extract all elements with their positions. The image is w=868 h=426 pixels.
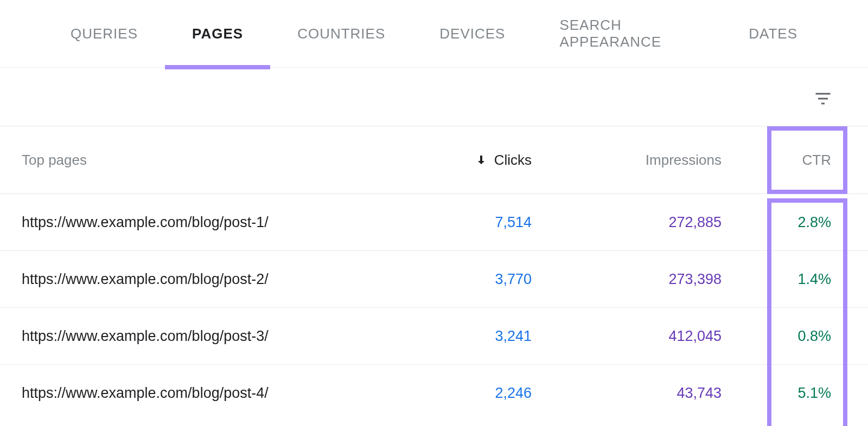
header-impressions[interactable]: Impressions xyxy=(532,152,722,169)
filter-icon[interactable] xyxy=(813,89,833,105)
cell-page: https://www.example.com/blog/post-3/ xyxy=(22,328,396,345)
cell-ctr: 2.8% xyxy=(722,214,846,231)
cell-clicks: 2,246 xyxy=(396,385,532,402)
cell-page: https://www.example.com/blog/post-4/ xyxy=(22,385,396,402)
cell-clicks: 3,241 xyxy=(396,328,532,345)
tab-devices[interactable]: DEVICES xyxy=(412,0,532,67)
tabs-bar: QUERIES PAGES COUNTRIES DEVICES SEARCH A… xyxy=(0,0,868,68)
cell-impressions: 43,743 xyxy=(532,385,722,402)
sort-descending-icon xyxy=(475,153,488,166)
table-row[interactable]: https://www.example.com/blog/post-1/ 7,5… xyxy=(0,194,868,251)
tab-queries[interactable]: QUERIES xyxy=(43,0,165,67)
header-ctr[interactable]: CTR xyxy=(722,152,846,169)
cell-clicks: 3,770 xyxy=(396,271,532,288)
table-row[interactable]: https://www.example.com/blog/post-3/ 3,2… xyxy=(0,308,868,365)
header-clicks[interactable]: Clicks xyxy=(396,152,532,169)
cell-ctr: 1.4% xyxy=(722,271,846,288)
tab-pages[interactable]: PAGES xyxy=(165,0,270,67)
cell-page: https://www.example.com/blog/post-2/ xyxy=(22,271,396,288)
cell-impressions: 273,398 xyxy=(532,271,722,288)
cell-impressions: 412,045 xyxy=(532,328,722,345)
tab-countries[interactable]: COUNTRIES xyxy=(270,0,412,67)
cell-impressions: 272,885 xyxy=(532,214,722,231)
table-header: Top pages Clicks Impressions CTR xyxy=(0,126,868,194)
tab-search-appearance[interactable]: SEARCH APPEARANCE xyxy=(532,0,722,67)
tab-dates[interactable]: DATES xyxy=(722,0,825,67)
pages-table: Top pages Clicks Impressions CTR https:/… xyxy=(0,126,868,422)
header-top-pages[interactable]: Top pages xyxy=(22,152,396,169)
cell-clicks: 7,514 xyxy=(396,214,532,231)
header-clicks-label: Clicks xyxy=(494,152,532,169)
cell-page: https://www.example.com/blog/post-1/ xyxy=(22,214,396,231)
cell-ctr: 0.8% xyxy=(722,328,846,345)
table-row[interactable]: https://www.example.com/blog/post-2/ 3,7… xyxy=(0,251,868,308)
filter-bar xyxy=(0,68,868,126)
cell-ctr: 5.1% xyxy=(722,385,846,402)
table-row[interactable]: https://www.example.com/blog/post-4/ 2,2… xyxy=(0,365,868,422)
